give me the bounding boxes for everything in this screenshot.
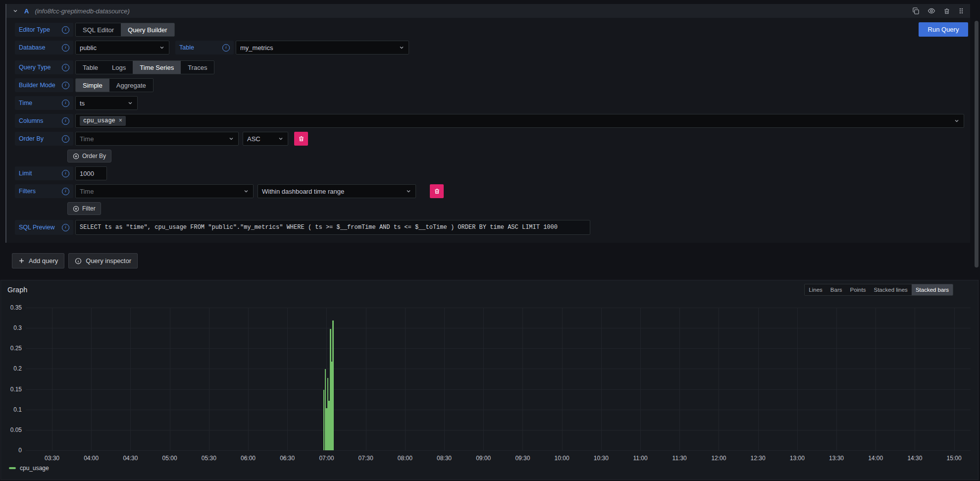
x-tick-label: 12:00 (711, 455, 726, 462)
duplicate-query-icon[interactable] (912, 7, 920, 15)
add-filter-button[interactable]: Filter (67, 202, 101, 215)
query-inspector-button[interactable]: Query inspector (68, 253, 138, 268)
editor-type-label: Editor Type i (15, 23, 73, 37)
row-editor-type: Editor Type i SQL Editor Query Builder (15, 23, 964, 37)
v-gridline (209, 308, 209, 450)
option-simple[interactable]: Simple (76, 79, 109, 92)
v-gridline (405, 308, 406, 450)
h-gridline (26, 308, 971, 308)
row-database: Database i public Table i my_metrics (15, 41, 964, 54)
v-gridline (52, 308, 52, 450)
chevron-down-icon (239, 188, 249, 194)
v-gridline (836, 308, 837, 450)
info-icon: i (62, 44, 69, 52)
columns-label: Columns i (15, 114, 73, 128)
option-stacked-lines[interactable]: Stacked lines (870, 284, 911, 295)
query-footer-actions: Add query Query inspector (12, 253, 138, 268)
info-icon: i (62, 188, 69, 195)
builder-mode-toggle: Simple Aggregate (75, 78, 154, 92)
chevron-down-icon (123, 100, 133, 106)
x-tick-label: 06:00 (241, 455, 256, 462)
scrollbar-thumb[interactable] (975, 21, 979, 267)
v-gridline (483, 308, 484, 450)
x-tick-label: 08:30 (437, 455, 452, 462)
y-tick-label: 0.35 (1, 304, 22, 311)
run-query-button[interactable]: Run Query (919, 22, 968, 37)
table-label: Table i (175, 41, 234, 54)
filter-field-select[interactable]: Time (75, 184, 254, 198)
option-traces[interactable]: Traces (181, 61, 214, 74)
query-type-toggle: Table Logs Time Series Traces (75, 60, 214, 74)
add-order-by-button[interactable]: Order By (67, 150, 111, 162)
builder-mode-label: Builder Mode i (15, 78, 73, 92)
collapse-chevron-icon[interactable] (12, 8, 18, 14)
v-gridline (876, 308, 876, 450)
filter-range-select[interactable]: Within dashboard time range (258, 184, 416, 198)
sql-preview-label: SQL Preview i (15, 220, 73, 235)
legend-item-cpu-usage[interactable]: cpu_usage (9, 465, 49, 472)
option-logs[interactable]: Logs (105, 61, 133, 74)
v-gridline (640, 308, 641, 450)
column-tag-cpu-usage: cpu_usage × (80, 116, 126, 126)
plot-area (26, 308, 971, 450)
info-icon: i (62, 135, 69, 143)
time-select[interactable]: ts (75, 96, 138, 110)
x-tick-label: 11:30 (672, 455, 687, 462)
x-tick-label: 10:30 (594, 455, 609, 462)
option-lines[interactable]: Lines (805, 284, 826, 295)
row-builder-mode: Builder Mode i Simple Aggregate (15, 78, 964, 92)
table-select[interactable]: my_metrics (236, 41, 409, 54)
h-gridline (26, 410, 971, 410)
remove-order-by-button[interactable] (294, 132, 308, 146)
info-icon: i (62, 224, 69, 231)
option-bars[interactable]: Bars (826, 284, 846, 295)
v-gridline (522, 308, 523, 450)
y-tick-label: 0.05 (1, 427, 22, 433)
x-tick-label: 05:30 (202, 455, 216, 462)
delete-query-icon[interactable] (943, 7, 950, 15)
info-icon: i (62, 100, 69, 107)
row-sql-preview: SQL Preview i SELECT ts as "time", cpu_u… (15, 220, 964, 235)
option-stacked-bars[interactable]: Stacked bars (912, 284, 953, 295)
option-query-builder[interactable]: Query Builder (121, 23, 174, 36)
order-by-field-select[interactable]: Time (75, 132, 239, 146)
v-gridline (758, 308, 759, 450)
grafana-query-editor-screen: A (info8fcc-greptimedb-datasource) Edito… (0, 0, 980, 481)
columns-multiselect[interactable]: cpu_usage × (75, 114, 964, 128)
x-tick-label: 06:30 (280, 455, 295, 462)
limit-label: Limit i (15, 166, 73, 180)
order-by-direction-select[interactable]: ASC (243, 132, 288, 146)
x-tick-label: 07:30 (359, 455, 373, 462)
remove-filter-button[interactable] (430, 184, 444, 198)
option-aggregate[interactable]: Aggregate (109, 79, 153, 92)
option-table[interactable]: Table (76, 61, 105, 74)
x-tick-label: 13:30 (829, 455, 844, 462)
v-gridline (170, 308, 170, 450)
v-gridline (248, 308, 249, 450)
database-select[interactable]: public (75, 41, 169, 54)
v-gridline (366, 308, 366, 450)
option-sql-editor[interactable]: SQL Editor (76, 23, 121, 36)
option-time-series[interactable]: Time Series (133, 61, 181, 74)
x-tick-label: 07:00 (319, 455, 334, 462)
plus-circle-icon (73, 206, 79, 212)
info-icon: i (222, 44, 230, 52)
option-points[interactable]: Points (846, 284, 870, 295)
info-icon: i (62, 170, 69, 177)
order-by-label: Order By i (15, 132, 73, 146)
query-ref-id[interactable]: A (24, 7, 29, 15)
info-circle-icon (75, 258, 82, 265)
add-query-button[interactable]: Add query (12, 253, 64, 268)
sql-preview-text: SELECT ts as "time", cpu_usage FROM "pub… (75, 220, 590, 235)
datasource-name: (info8fcc-greptimedb-datasource) (35, 7, 129, 15)
h-gridline (26, 389, 971, 390)
filters-label: Filters i (15, 184, 73, 198)
v-gridline (91, 308, 92, 450)
limit-input[interactable] (75, 166, 107, 180)
x-tick-label: 09:30 (515, 455, 530, 462)
toggle-visibility-icon[interactable] (928, 7, 935, 15)
remove-tag-icon[interactable]: × (119, 118, 122, 124)
chevron-down-icon (224, 136, 234, 142)
drag-handle-icon[interactable] (958, 7, 964, 15)
y-tick-label: 0.2 (1, 365, 22, 372)
